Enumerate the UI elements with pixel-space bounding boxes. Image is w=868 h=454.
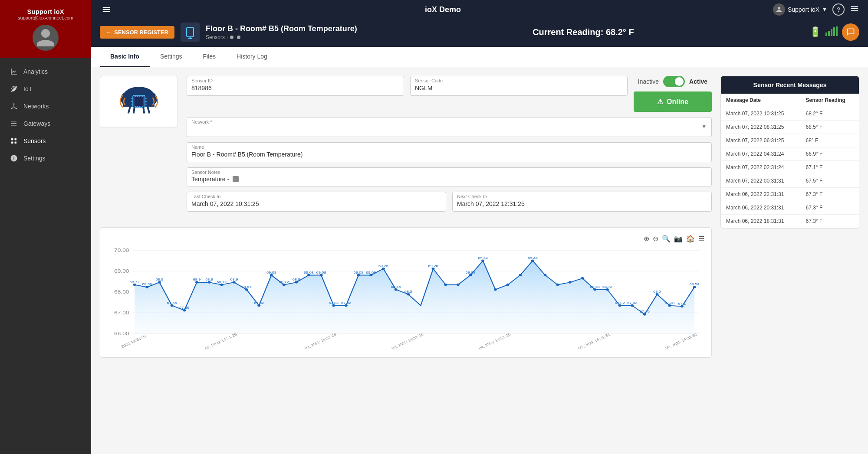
sensor-id-label: Sensor ID — [191, 78, 399, 83]
sidebar-header: Support ioX support@iox-connect.com — [0, 0, 91, 58]
back-button[interactable]: ← SENSOR REGISTER — [100, 26, 174, 39]
sensor-id-field: Sensor ID — [187, 76, 404, 96]
message-reading: 68.5° F — [801, 121, 859, 134]
table-row: March 07, 2022 08:31:2568.5° F — [721, 121, 859, 134]
table-row: March 07, 2022 00:31:3167.5° F — [721, 174, 859, 188]
chart-download-icon[interactable]: 📷 — [674, 235, 683, 243]
svg-point-125 — [593, 288, 596, 291]
svg-point-107 — [357, 274, 360, 277]
svg-point-91 — [158, 281, 161, 284]
sidebar-item-settings[interactable]: Settings — [0, 150, 91, 167]
sidebar-item-iot[interactable]: IoT — [0, 80, 91, 98]
sensor-current-reading: Current Reading: 68.2° F — [357, 27, 809, 37]
col-message-date: Message Date — [721, 94, 801, 107]
tab-history-log[interactable]: History Log — [226, 47, 278, 67]
chart-zoom-out-icon[interactable]: ⊖ — [653, 235, 658, 243]
svg-line-36 — [134, 107, 135, 113]
svg-point-103 — [307, 274, 310, 277]
table-row: March 06, 2022 18:31:3167.3° F — [721, 215, 859, 228]
svg-point-116 — [481, 259, 484, 262]
svg-text:67.46: 67.46 — [640, 310, 650, 314]
sensor-code-label: Sensor Code — [415, 78, 623, 83]
chart-area: 70.00 69.00 68.00 67.00 66.00 — [107, 246, 704, 350]
svg-text:69.44: 69.44 — [478, 256, 488, 260]
svg-text:67.82: 67.82 — [615, 301, 625, 305]
svg-point-104 — [320, 274, 323, 277]
form-section: Sensor ID Sensor Code — [100, 76, 712, 212]
topbar-user[interactable]: Support ioX ▼ — [773, 3, 827, 16]
chart-search-icon[interactable]: 🔍 — [662, 235, 671, 243]
svg-text:03, 2022 14:31:26: 03, 2022 14:31:26 — [391, 333, 424, 350]
sidebar-item-gateways[interactable]: Gateways — [0, 115, 91, 132]
chart-zoom-in-icon[interactable]: ⊕ — [644, 235, 649, 243]
svg-point-128 — [631, 304, 634, 307]
recent-messages-header: Sensor Recent Messages — [721, 76, 859, 94]
svg-point-120 — [531, 259, 534, 262]
message-date: March 07, 2022 06:31:25 — [721, 134, 801, 147]
svg-text:04, 2022 14:31:26: 04, 2022 14:31:26 — [478, 333, 512, 350]
networks-icon — [10, 102, 18, 111]
chat-button[interactable] — [842, 23, 859, 41]
sidebar-item-sensors-label: Sensors — [23, 137, 46, 144]
sensor-notes-value: Temperature - — [191, 176, 229, 183]
sidebar-item-networks[interactable]: Networks — [0, 98, 91, 115]
message-reading: 67.1° F — [801, 161, 859, 174]
next-checkin-input[interactable] — [457, 200, 707, 207]
svg-text:67.28: 67.28 — [664, 301, 674, 305]
svg-point-108 — [369, 274, 372, 277]
tab-files[interactable]: Files — [193, 47, 227, 67]
topbar-menu-icon[interactable] — [850, 4, 859, 15]
chart-menu-icon[interactable]: ☰ — [698, 235, 704, 243]
svg-point-113 — [444, 284, 447, 286]
svg-text:69.08: 69.08 — [316, 271, 326, 274]
name-input[interactable] — [191, 151, 707, 158]
sidebar-item-analytics[interactable]: Analytics — [0, 63, 91, 80]
table-row: March 06, 2022 20:31:3167.3° F — [721, 201, 859, 215]
message-date: March 07, 2022 04:31:24 — [721, 147, 801, 161]
sensor-id-input[interactable] — [191, 85, 399, 91]
last-checkin-input[interactable] — [191, 200, 441, 207]
online-button[interactable]: ⚠ Online — [634, 91, 712, 112]
svg-point-129 — [643, 313, 646, 316]
svg-text:68.9: 68.9 — [155, 278, 163, 281]
sensor-code-input[interactable] — [415, 85, 623, 91]
svg-line-38 — [148, 107, 149, 113]
svg-text:68.72: 68.72 — [217, 280, 227, 284]
battery-icon: 🔋 — [809, 26, 821, 38]
table-row: March 07, 2022 06:31:2568° F — [721, 134, 859, 147]
status-toggle-group: Inactive Active ⚠ Online — [634, 76, 712, 112]
network-input[interactable] — [191, 126, 278, 133]
svg-text:68.54: 68.54 — [690, 282, 700, 286]
tab-settings[interactable]: Settings — [150, 47, 193, 67]
right-panel: Sensor Recent Messages Message Date Sens… — [720, 76, 859, 229]
breadcrumb: Sensors › — [206, 34, 357, 40]
svg-point-127 — [618, 304, 621, 307]
help-button[interactable]: ? — [832, 3, 845, 16]
svg-point-100 — [270, 274, 273, 277]
svg-text:66.00: 66.00 — [114, 331, 129, 336]
table-row: March 07, 2022 10:31:2568.2° F — [721, 107, 859, 121]
sidebar-item-sensors[interactable]: Sensors — [0, 132, 91, 150]
svg-point-94 — [195, 281, 198, 284]
sidebar: Support ioX support@iox-connect.com Anal… — [0, 0, 91, 454]
status-toggle[interactable] — [663, 76, 685, 87]
svg-point-109 — [382, 268, 385, 270]
sidebar-email: support@iox-connect.com — [18, 15, 73, 20]
last-checkin-field: Last Check In — [187, 192, 446, 212]
tab-basic-info[interactable]: Basic Info — [100, 47, 150, 67]
table-row: March 06, 2022 22:31:3167.3° F — [721, 188, 859, 201]
svg-point-115 — [469, 274, 472, 277]
chart-home-icon[interactable]: 🏠 — [686, 235, 695, 243]
warning-icon: ⚠ — [657, 98, 663, 106]
svg-text:68.36: 68.36 — [142, 282, 152, 286]
hamburger-button[interactable] — [100, 3, 113, 16]
svg-text:69.26: 69.26 — [428, 264, 438, 268]
svg-text:67.82: 67.82 — [254, 301, 264, 305]
table-row: March 07, 2022 02:31:2467.1° F — [721, 161, 859, 174]
svg-text:68.0: 68.0 — [653, 290, 661, 294]
breadcrumb-sensors[interactable]: Sensors — [206, 34, 225, 40]
svg-text:69.08: 69.08 — [466, 271, 476, 274]
svg-point-96 — [220, 284, 223, 286]
svg-point-126 — [606, 288, 609, 291]
network-dropdown-icon[interactable]: ▼ — [701, 123, 707, 130]
